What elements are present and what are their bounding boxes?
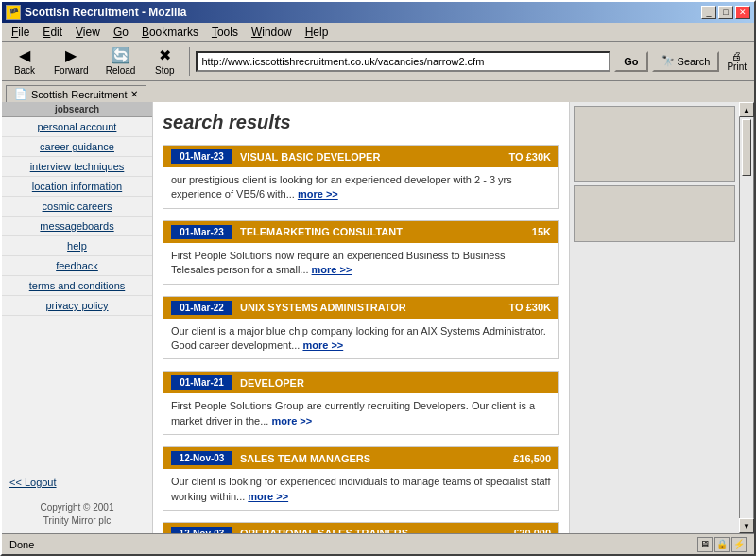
search-button[interactable]: 🔭 Search bbox=[652, 51, 720, 72]
more-link[interactable]: more >> bbox=[271, 415, 312, 426]
scroll-thumb[interactable] bbox=[742, 119, 751, 176]
sidebar-link-personal-account[interactable]: personal account bbox=[2, 117, 152, 137]
print-icon: 🖨 bbox=[731, 50, 742, 61]
job-date: 01-Mar-21 bbox=[171, 375, 232, 390]
job-body: Our client is looking for experienced in… bbox=[163, 469, 558, 510]
stop-button[interactable]: ✖ Stop bbox=[146, 43, 183, 78]
sidebar-link-feedback[interactable]: feedback bbox=[2, 256, 152, 276]
status-text: Done bbox=[9, 539, 34, 550]
maximize-button[interactable]: □ bbox=[718, 6, 733, 19]
status-bar-right: 🖥 🔒 ⚡ bbox=[697, 537, 747, 552]
scrollbar[interactable]: ▲ ▼ bbox=[739, 102, 754, 533]
job-salary: £16,500 bbox=[513, 453, 551, 464]
status-icon-1: 🖥 bbox=[697, 537, 713, 552]
sidebar-nav: personal account career guidance intervi… bbox=[2, 117, 152, 469]
job-header: 01-Mar-23 TELEMARKETING CONSULTANT 15K bbox=[163, 221, 558, 243]
tab-label: Scottish Recruitment bbox=[31, 89, 127, 100]
job-title: VISUAL BASIC DEVELOPER bbox=[240, 151, 502, 163]
logout-link[interactable]: << Logout bbox=[9, 477, 57, 488]
forward-button[interactable]: ▶ Forward bbox=[47, 43, 95, 78]
job-card: 12-Nov-03 SALES TEAM MANAGERS £16,500 Ou… bbox=[163, 446, 559, 511]
job-header: 12-Nov-03 SALES TEAM MANAGERS £16,500 bbox=[163, 447, 558, 469]
job-date: 01-Mar-23 bbox=[171, 225, 232, 239]
job-body: First People Solutions now require an ex… bbox=[163, 243, 558, 284]
job-body: our prestigious client is looking for an… bbox=[163, 167, 558, 208]
search-results-title: search results bbox=[163, 112, 559, 133]
sidebar-link-terms[interactable]: terms and conditions bbox=[2, 276, 152, 296]
sidebar-link-career-guidance[interactable]: career guidance bbox=[2, 137, 152, 157]
address-bar: Go 🔭 Search bbox=[196, 51, 719, 72]
job-date: 12-Nov-03 bbox=[171, 527, 232, 533]
toolbar-separator bbox=[189, 47, 190, 76]
tab-bar: 📄 Scottish Recruitment ✕ bbox=[2, 81, 754, 102]
more-link[interactable]: more >> bbox=[248, 491, 288, 502]
back-icon: ◀ bbox=[19, 46, 30, 64]
job-title: TELEMARKETING CONSULTANT bbox=[240, 226, 524, 237]
close-button[interactable]: ✕ bbox=[735, 6, 750, 19]
address-input[interactable] bbox=[196, 51, 610, 72]
scroll-down-button[interactable]: ▼ bbox=[739, 518, 754, 533]
ad-box-2 bbox=[574, 185, 735, 242]
job-body: Our client is a major blue chip company … bbox=[163, 319, 558, 359]
sidebar-link-cosmic-careers[interactable]: cosmic careers bbox=[2, 197, 152, 217]
menu-tools[interactable]: Tools bbox=[206, 24, 244, 41]
minimize-button[interactable]: _ bbox=[701, 6, 716, 19]
sidebar-link-location-information[interactable]: location information bbox=[2, 177, 152, 197]
more-link[interactable]: more >> bbox=[302, 339, 343, 351]
more-link[interactable]: more >> bbox=[312, 264, 352, 275]
menu-view[interactable]: View bbox=[70, 24, 106, 41]
menu-help[interactable]: Help bbox=[300, 24, 335, 41]
job-card: 01-Mar-23 VISUAL BASIC DEVELOPER TO £30K… bbox=[163, 145, 559, 209]
more-link[interactable]: more >> bbox=[298, 188, 338, 200]
scroll-up-button[interactable]: ▲ bbox=[739, 102, 754, 117]
menu-bookmarks[interactable]: Bookmarks bbox=[136, 24, 204, 41]
window-controls: _ □ ✕ bbox=[701, 6, 750, 19]
menu-file[interactable]: File bbox=[6, 24, 35, 41]
job-card: 01-Mar-21 DEVELOPER First People Solutio… bbox=[163, 371, 559, 435]
job-salary: To £30k bbox=[509, 302, 551, 313]
ad-box-1 bbox=[574, 106, 735, 182]
toolbar: ◀ Back ▶ Forward 🔄 Reload ✖ Stop Go 🔭 Se… bbox=[2, 42, 754, 81]
sidebar-section-title: jobsearch bbox=[2, 102, 152, 117]
sidebar-link-privacy[interactable]: privacy policy bbox=[2, 296, 152, 316]
tab-icon: 📄 bbox=[14, 88, 27, 100]
sidebar-link-help[interactable]: help bbox=[2, 236, 152, 256]
search-binoculars-icon: 🔭 bbox=[662, 55, 675, 67]
sidebar-copyright: Copyright © 2001 Trinity Mirror plc bbox=[2, 495, 152, 533]
reload-icon: 🔄 bbox=[112, 46, 130, 64]
menu-edit[interactable]: Edit bbox=[37, 24, 68, 41]
print-button[interactable]: 🖨 Print bbox=[723, 48, 750, 74]
content-area: jobsearch personal account career guidan… bbox=[2, 102, 754, 533]
menu-window[interactable]: Window bbox=[246, 24, 298, 41]
menu-bar: File Edit View Go Bookmarks Tools Window… bbox=[2, 23, 754, 42]
job-header: 01-Mar-23 VISUAL BASIC DEVELOPER TO £30K bbox=[163, 146, 558, 167]
menu-go[interactable]: Go bbox=[108, 24, 134, 41]
job-card: 12-Nov-03 OPERATIONAL SALES TRAINERS £20… bbox=[163, 522, 559, 533]
status-icon-3: ⚡ bbox=[731, 537, 747, 552]
job-date: 12-Nov-03 bbox=[171, 451, 232, 465]
job-header: 01-Mar-21 DEVELOPER bbox=[163, 372, 558, 393]
window-title: Scottish Recruitment - Mozilla bbox=[25, 6, 186, 19]
sidebar-link-interview-techniques[interactable]: interview techniques bbox=[2, 157, 152, 177]
job-card: 01-Mar-22 UNIX SYSTEMS ADMINISTRATOR To … bbox=[163, 296, 559, 360]
job-salary: 15K bbox=[532, 226, 551, 237]
job-date: 01-Mar-22 bbox=[171, 301, 232, 315]
stop-icon: ✖ bbox=[159, 46, 171, 64]
job-body: First People Solutions Group are current… bbox=[163, 393, 558, 434]
sidebar-link-messageboards[interactable]: messageboards bbox=[2, 217, 152, 236]
job-card: 01-Mar-23 TELEMARKETING CONSULTANT 15K F… bbox=[163, 220, 559, 285]
go-button[interactable]: Go bbox=[614, 51, 647, 72]
browser-tab[interactable]: 📄 Scottish Recruitment ✕ bbox=[6, 85, 146, 102]
status-icon-2: 🔒 bbox=[714, 537, 730, 552]
job-date: 01-Mar-23 bbox=[171, 149, 232, 164]
job-title: UNIX SYSTEMS ADMINISTRATOR bbox=[240, 302, 502, 313]
status-bar: Done 🖥 🔒 ⚡ bbox=[2, 533, 754, 554]
title-bar: 🏴 Scottish Recruitment - Mozilla _ □ ✕ bbox=[2, 2, 754, 23]
sidebar: jobsearch personal account career guidan… bbox=[2, 102, 153, 533]
job-header: 01-Mar-22 UNIX SYSTEMS ADMINISTRATOR To … bbox=[163, 297, 558, 319]
tab-close-button[interactable]: ✕ bbox=[130, 89, 138, 99]
job-salary: TO £30K bbox=[509, 151, 551, 163]
back-button[interactable]: ◀ Back bbox=[6, 43, 43, 78]
main-content[interactable]: search results 01-Mar-23 VISUAL BASIC DE… bbox=[153, 102, 569, 533]
reload-button[interactable]: 🔄 Reload bbox=[99, 43, 143, 78]
